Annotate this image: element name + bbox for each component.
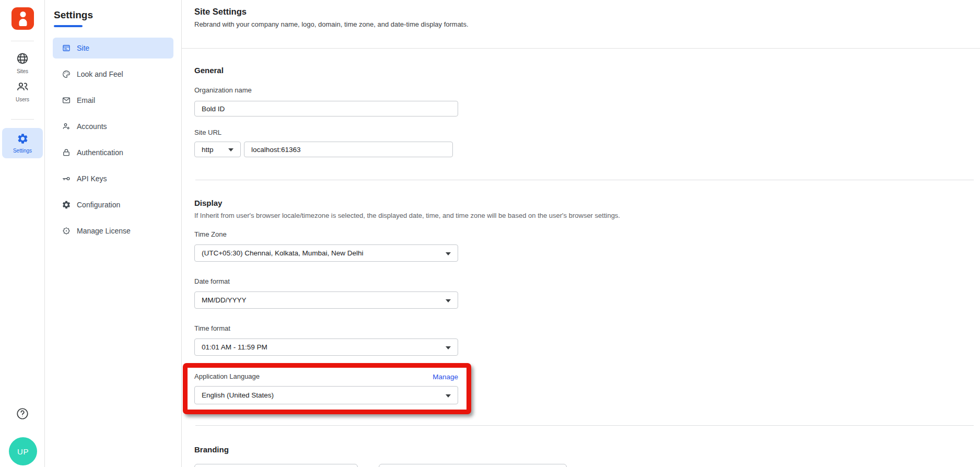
display-section-heading: Display xyxy=(194,199,980,208)
key-icon xyxy=(62,174,71,183)
application-language-select[interactable]: English (United States) xyxy=(194,386,458,404)
logo-person-body-icon xyxy=(19,19,27,26)
protocol-value: http xyxy=(202,146,214,154)
site-url-input[interactable] xyxy=(244,142,453,157)
page-title: Site Settings xyxy=(194,6,980,17)
chevron-down-icon xyxy=(446,252,451,255)
sidebar-item-accounts[interactable]: Accounts xyxy=(53,116,173,137)
branding-section-heading: Branding xyxy=(194,445,980,454)
rail-item-label: Users xyxy=(0,97,45,102)
highlight-annotation: Application Language Manage English (Uni… xyxy=(183,363,471,414)
branding-field-left[interactable] xyxy=(194,464,358,467)
sidebar-item-label: Configuration xyxy=(77,201,120,209)
main-content: Site Settings Rebrand with your company … xyxy=(182,0,980,467)
date-format-label: Date format xyxy=(194,277,980,286)
accounts-icon xyxy=(62,122,71,131)
date-format-select[interactable]: MM/DD/YYYY xyxy=(194,291,458,309)
rail-item-users[interactable]: Users xyxy=(0,80,45,102)
chevron-down-icon xyxy=(446,299,451,302)
branding-fields-row xyxy=(194,464,980,467)
page-header: Site Settings Rebrand with your company … xyxy=(182,0,980,49)
sidebar-title: Settings xyxy=(54,9,93,21)
application-language-label: Application Language xyxy=(194,372,260,381)
email-icon xyxy=(62,96,71,105)
settings-form: General Organization name Site URL http … xyxy=(182,66,980,467)
sidebar-item-authentication[interactable]: Authentication xyxy=(53,142,173,163)
time-zone-select[interactable]: (UTC+05:30) Chennai, Kolkata, Mumbai, Ne… xyxy=(194,244,458,262)
sidebar-title-underline xyxy=(54,25,83,27)
gear-icon xyxy=(62,200,71,209)
time-format-label: Time format xyxy=(194,324,980,333)
application-language-row: Application Language Manage xyxy=(194,372,458,381)
rail-item-sites[interactable]: Sites xyxy=(0,52,45,74)
organization-name-label: Organization name xyxy=(194,86,980,95)
avatar-initials: UP xyxy=(17,447,29,456)
rail-divider-top xyxy=(11,41,34,41)
app-logo[interactable] xyxy=(11,7,34,30)
site-icon xyxy=(62,43,71,53)
branding-field-right[interactable] xyxy=(379,464,567,467)
chevron-down-icon xyxy=(446,346,451,349)
sidebar-item-label: API Keys xyxy=(77,174,107,183)
chevron-down-icon xyxy=(228,148,234,151)
lock-icon xyxy=(62,148,71,157)
license-icon xyxy=(62,226,71,236)
sidebar-item-email[interactable]: Email xyxy=(53,90,173,111)
rail-item-label: Settings xyxy=(2,148,43,154)
sidebar-item-label: Look and Feel xyxy=(77,70,123,78)
user-avatar[interactable]: UP xyxy=(9,437,37,465)
users-icon xyxy=(16,80,29,94)
manage-languages-link[interactable]: Manage xyxy=(433,373,458,381)
sidebar-item-label: Authentication xyxy=(77,148,123,157)
rail-divider-bottom xyxy=(11,119,34,120)
sidebar-item-site[interactable]: Site xyxy=(53,38,173,59)
sidebar-item-label: Site xyxy=(77,44,89,52)
sidebar-item-label: Manage License xyxy=(77,227,131,235)
date-format-value: MM/DD/YYYY xyxy=(202,296,247,304)
sidebar-item-configuration[interactable]: Configuration xyxy=(53,194,173,215)
organization-name-input[interactable] xyxy=(194,101,458,116)
help-icon xyxy=(16,407,29,421)
settings-sidebar: Settings Site Look and Feel Email xyxy=(45,0,182,467)
sidebar-item-label: Accounts xyxy=(77,122,107,131)
application-language-value: English (United States) xyxy=(202,391,274,399)
chevron-down-icon xyxy=(446,394,451,398)
sidebar-item-manage-license[interactable]: Manage License xyxy=(53,220,173,241)
time-format-value: 01:01 AM - 11:59 PM xyxy=(202,343,267,351)
section-divider xyxy=(195,180,974,180)
rail-item-label: Sites xyxy=(0,68,45,74)
page-subtitle: Rebrand with your company name, logo, do… xyxy=(194,20,980,28)
sidebar-item-api-keys[interactable]: API Keys xyxy=(53,168,173,189)
palette-icon xyxy=(62,69,71,79)
display-description: If Inherit from user's browser locale/ti… xyxy=(194,212,980,220)
time-format-select[interactable]: 01:01 AM - 11:59 PM xyxy=(194,338,458,356)
left-rail: Sites Users Settings UP xyxy=(0,0,45,467)
general-section-heading: General xyxy=(194,66,980,75)
section-divider xyxy=(195,425,974,426)
sidebar-item-label: Email xyxy=(77,96,95,104)
help-button[interactable] xyxy=(16,407,29,421)
time-zone-label: Time Zone xyxy=(194,230,980,239)
sidebar-item-look-and-feel[interactable]: Look and Feel xyxy=(53,64,173,85)
rail-item-settings[interactable]: Settings xyxy=(2,128,43,158)
globe-icon xyxy=(16,52,29,65)
protocol-select[interactable]: http xyxy=(194,142,241,157)
time-zone-value: (UTC+05:30) Chennai, Kolkata, Mumbai, Ne… xyxy=(202,249,364,257)
gear-icon xyxy=(17,133,29,145)
site-url-label: Site URL xyxy=(194,129,980,137)
logo-person-head-icon xyxy=(20,11,26,17)
settings-menu: Site Look and Feel Email xyxy=(45,38,182,247)
site-url-row: http xyxy=(194,142,980,157)
